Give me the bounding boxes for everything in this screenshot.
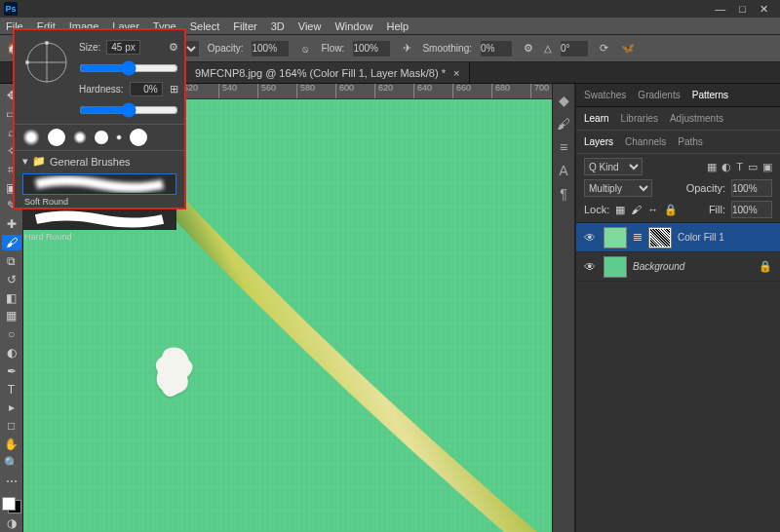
gradient-tool[interactable]: ▦ xyxy=(2,308,21,324)
lock-trans-icon[interactable]: ▦ xyxy=(615,204,625,216)
blend-mode-select[interactable]: Multiply xyxy=(584,179,652,197)
panel-tabs-top: Swatches Gradients Patterns xyxy=(576,84,780,107)
minimize-button[interactable]: — xyxy=(715,3,725,16)
lock-icon[interactable]: 🔒 xyxy=(759,260,772,273)
color-panel-icon[interactable]: ◆ xyxy=(555,92,572,109)
hand-tool[interactable]: ✋ xyxy=(2,437,21,453)
history-brush-tool[interactable]: ↺ xyxy=(2,271,21,287)
layer-thumbnail[interactable] xyxy=(604,256,627,278)
svg-point-4 xyxy=(25,60,29,64)
preset-soft-med[interactable] xyxy=(73,131,87,144)
hardness-value[interactable]: 0% xyxy=(130,82,163,96)
menu-3d[interactable]: 3D xyxy=(271,20,285,32)
type-tool[interactable]: T xyxy=(2,381,21,398)
character-panel-icon[interactable]: A xyxy=(555,162,572,179)
menu-select[interactable]: Select xyxy=(190,20,220,32)
menu-filter[interactable]: Filter xyxy=(233,20,256,32)
preset-hard-med[interactable] xyxy=(95,131,108,144)
eraser-tool[interactable]: ◧ xyxy=(2,289,21,306)
zoom-tool[interactable]: 🔍 xyxy=(2,455,21,472)
panel-tabs-layers: Layers Channels Paths xyxy=(576,131,780,154)
layer-thumbnail[interactable] xyxy=(604,227,627,248)
angle-input[interactable] xyxy=(560,40,589,57)
flow-input[interactable] xyxy=(352,40,391,57)
lock-all-icon[interactable]: 🔒 xyxy=(664,204,678,216)
blur-tool[interactable]: ○ xyxy=(2,326,21,343)
filter-shape-icon[interactable]: ▭ xyxy=(748,161,758,173)
symmetry-icon[interactable]: 🦋 xyxy=(620,41,636,57)
brush-preset-panel: Size:45 px⚙ Hardness:0%⊞ ▾📁General Brush… xyxy=(14,29,185,209)
brush-hard-round[interactable] xyxy=(22,209,176,230)
layer-filter-select[interactable]: Q Kind xyxy=(584,158,643,175)
airbrush-icon[interactable]: ✈ xyxy=(399,41,414,57)
preset-hard-large[interactable] xyxy=(48,129,65,146)
size-value[interactable]: 45 px xyxy=(106,40,139,55)
smoothing-gear-icon[interactable]: ⚙ xyxy=(521,41,536,57)
opacity-input[interactable] xyxy=(251,40,290,57)
menu-view[interactable]: View xyxy=(298,20,322,32)
layer-opacity-input[interactable] xyxy=(731,179,772,197)
brush-label-hard: Hard Round xyxy=(15,232,184,242)
layer-name[interactable]: Background xyxy=(633,261,684,272)
pen-tool[interactable]: ✒ xyxy=(2,362,21,379)
tab-libraries[interactable]: Libraries xyxy=(621,113,658,124)
brush-soft-round[interactable] xyxy=(22,173,176,195)
preset-hard-right[interactable] xyxy=(130,129,147,146)
clone-stamp-tool[interactable]: ⧉ xyxy=(2,252,21,269)
menu-window[interactable]: Window xyxy=(334,20,372,32)
tab-learn[interactable]: Learn xyxy=(584,113,609,124)
hardness-slider[interactable] xyxy=(79,102,178,118)
preset-soft-large[interactable] xyxy=(22,129,40,146)
brush-folder[interactable]: ▾📁General Brushes xyxy=(15,151,184,171)
gear-icon[interactable]: ⚙ xyxy=(169,41,178,54)
tab-adjustments[interactable]: Adjustments xyxy=(670,113,723,124)
brush-angle-preview[interactable] xyxy=(20,36,73,89)
maximize-button[interactable]: □ xyxy=(739,3,746,16)
quick-mask-toggle[interactable]: ◑ xyxy=(2,515,21,532)
edit-toolbar[interactable]: ⋯ xyxy=(2,473,21,489)
filter-pixel-icon[interactable]: ▦ xyxy=(707,161,717,173)
shape-tool[interactable]: □ xyxy=(2,418,21,435)
layer-color-fill[interactable]: 👁 𝌆 Color Fill 1 xyxy=(576,223,780,252)
lock-pos-icon[interactable]: ↔ xyxy=(647,204,658,215)
close-button[interactable]: ✕ xyxy=(760,3,768,16)
color-swatches[interactable] xyxy=(2,497,21,513)
brush-panel-icon[interactable]: 🖌 xyxy=(555,115,572,133)
brush-label-soft: Soft Round xyxy=(15,197,184,207)
path-selection-tool[interactable]: ▸ xyxy=(2,399,21,416)
pressure-size-icon[interactable]: ⟳ xyxy=(597,41,612,57)
angle-icon: △ xyxy=(544,43,552,54)
dodge-tool[interactable]: ◐ xyxy=(2,345,21,361)
size-slider[interactable] xyxy=(79,60,178,76)
tab-gradients[interactable]: Gradients xyxy=(638,90,680,100)
new-preset-icon[interactable]: ⊞ xyxy=(170,83,178,95)
visibility-toggle[interactable]: 👁 xyxy=(584,260,598,274)
preset-soft-small[interactable] xyxy=(116,134,122,140)
fill-input[interactable] xyxy=(731,201,772,218)
layer-mask-thumbnail[interactable] xyxy=(648,227,672,248)
lock-label: Lock: xyxy=(584,204,609,215)
smoothing-input[interactable] xyxy=(480,40,513,57)
panel-tabs-learn: Learn Libraries Adjustments xyxy=(576,107,780,131)
layer-background[interactable]: 👁 Background 🔒 xyxy=(576,252,780,282)
history-panel-icon[interactable]: ≡ xyxy=(555,138,572,156)
filter-type-icon[interactable]: T xyxy=(736,161,743,173)
tab-channels[interactable]: Channels xyxy=(625,136,666,147)
menu-help[interactable]: Help xyxy=(387,20,410,32)
tab-patterns[interactable]: Patterns xyxy=(692,90,728,100)
filter-smart-icon[interactable]: ▣ xyxy=(762,161,772,173)
layer-name[interactable]: Color Fill 1 xyxy=(678,232,724,243)
visibility-toggle[interactable]: 👁 xyxy=(584,231,598,245)
tab-layers[interactable]: Layers xyxy=(584,136,613,147)
link-icon[interactable]: 𝌆 xyxy=(633,231,643,244)
tab-paths[interactable]: Paths xyxy=(678,136,703,147)
fill-label: Fill: xyxy=(709,204,725,215)
pressure-opacity-icon[interactable]: ⍉ xyxy=(297,41,313,57)
lock-pixels-icon[interactable]: 🖌 xyxy=(631,204,642,215)
folder-icon: 📁 xyxy=(32,155,46,168)
healing-tool[interactable]: ✚ xyxy=(2,216,21,233)
paragraph-panel-icon[interactable]: ¶ xyxy=(555,185,572,203)
tab-swatches[interactable]: Swatches xyxy=(584,90,626,100)
document-tab[interactable]: 9MFCNP8.jpg @ 164% (Color Fill 1, Layer … xyxy=(185,62,470,83)
filter-adjust-icon[interactable]: ◐ xyxy=(722,161,731,173)
